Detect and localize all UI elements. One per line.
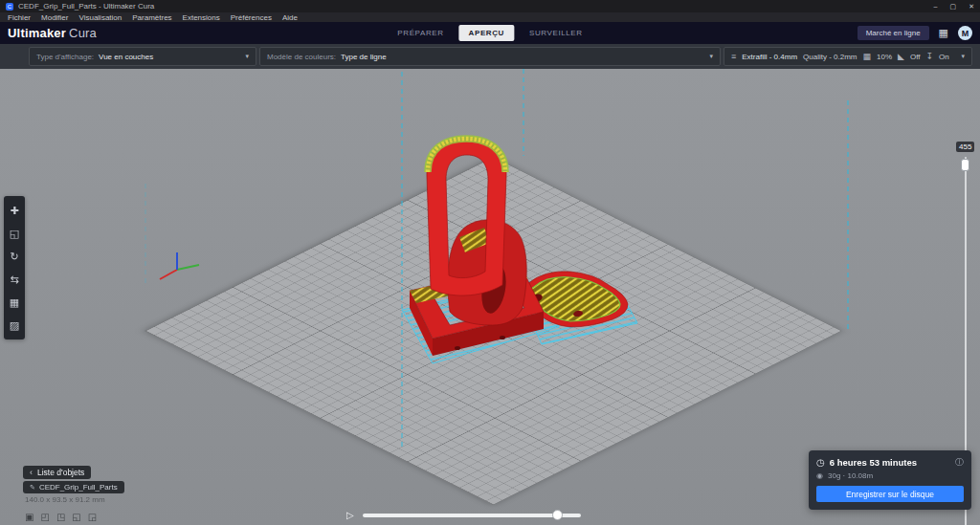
window-title: CEDF_Grip_Full_Parts - Ultimaker Cura [18,2,154,11]
view-options-bar: Type d'affichage: Vue en couches ▾ Modèl… [0,44,980,69]
stage-tabs: PRÉPARER APERÇU SURVEILLER [388,25,591,41]
print-settings-summary[interactable]: ≡ Extrafill - 0.4mm Quality - 0.2mm ▦ 10… [724,47,972,66]
edit-icon: ✎ [30,484,35,492]
brand-logo: UltimakerCura [8,26,97,40]
support-blocker-icon[interactable]: ▨ [4,314,25,337]
tab-preparer[interactable]: PRÉPARER [388,25,453,41]
simulation-slider-handle[interactable] [552,510,563,520]
brand-ultimaker: Ultimaker [8,26,66,40]
menu-item-visualisation[interactable]: Visualisation [78,13,122,22]
material-nozzle-value: Extrafill - 0.4mm [742,53,797,61]
layer-slider-handle[interactable] [961,159,969,171]
marketplace-button[interactable]: Marché en ligne [858,26,929,40]
apps-grid-icon[interactable]: ▦ [939,27,948,39]
color-scheme-value: Type de ligne [341,53,387,61]
object-list-title: Liste d'objets [37,468,84,477]
material-usage: 30g · 10.08m [828,471,873,480]
close-icon[interactable]: ✕ [969,3,974,11]
adhesion-value: On [939,53,949,61]
tab-apercu[interactable]: APERÇU [459,25,514,41]
view-left-icon[interactable]: ◱ [72,512,80,522]
view-top-icon[interactable]: ◳ [56,512,65,522]
3d-viewport[interactable]: ✚ ◱ ↻ ⇆ ▦ ▨ 455 ▷ ‹ Liste d'objets ✎ CED… [0,69,980,525]
print-duration: 6 heures 53 minutes [830,457,917,468]
minimize-icon[interactable]: – [934,3,938,11]
tab-surveiller[interactable]: SURVEILLER [520,25,592,41]
app-icon: C [6,3,13,11]
view-right-icon[interactable]: ◲ [88,512,97,522]
object-list-panel: ‹ Liste d'objets ✎ CEDF_Grip_Full_Parts … [23,466,124,504]
save-to-disk-button[interactable]: Enregistrer sur le disque [816,486,964,502]
menu-item-extensions[interactable]: Extensions [183,13,220,22]
menu-item-fichier[interactable]: Fichier [8,13,31,22]
window-title-bar: C CEDF_Grip_Full_Parts - Ultimaker Cura … [0,0,980,12]
origin-axes-indicator [160,252,199,279]
object-list-header[interactable]: ‹ Liste d'objets [23,466,91,479]
move-tool-icon[interactable]: ✚ [4,199,25,222]
adhesion-icon: ↧ [926,52,934,61]
sliders-icon: ≡ [731,52,736,61]
profile-value: Quality - 0.2mm [803,53,857,61]
chevron-down-icon: ▾ [709,53,713,60]
print-job-panel: ◷ 6 heures 53 minutes ⓘ ◉ 30g · 10.08m E… [809,450,971,510]
simulation-slider-track[interactable] [363,514,581,517]
per-model-settings-icon[interactable]: ▦ [4,291,25,314]
menu-item-aide[interactable]: Aide [282,13,298,22]
view-type-label: Type d'affichage: [36,53,94,61]
view-type-value: Vue en couches [99,53,153,61]
collapse-icon: ‹ [30,468,33,477]
object-name: CEDF_Grip_Full_Parts [39,483,118,492]
spool-icon: ◉ [816,471,823,480]
build-plate [144,157,842,506]
rotate-tool-icon[interactable]: ↻ [4,245,25,268]
infill-value: 10% [877,53,892,61]
mirror-tool-icon[interactable]: ⇆ [4,268,25,291]
camera-presets: ▣ ◰ ◳ ◱ ◲ [25,512,97,522]
menu-item-parametres[interactable]: Paramètres [132,13,171,22]
clock-icon: ◷ [816,457,825,468]
object-list-item[interactable]: ✎ CEDF_Grip_Full_Parts [23,481,124,493]
layer-count-badge: 455 [956,142,974,152]
infill-icon: ▦ [863,52,872,61]
support-value: Off [910,53,921,61]
support-icon: ◣ [898,52,904,61]
brand-cura: Cura [69,26,97,40]
info-icon[interactable]: ⓘ [955,456,964,469]
scale-tool-icon[interactable]: ◱ [4,222,25,245]
color-scheme-label: Modèle de couleurs: [267,53,336,61]
color-scheme-dropdown[interactable]: Modèle de couleurs: Type de ligne ▾ [259,47,721,66]
view-type-dropdown[interactable]: Type d'affichage: Vue en couches ▾ [29,47,256,66]
chevron-down-icon: ▾ [961,53,965,60]
view-3d-icon[interactable]: ▣ [25,512,33,522]
play-icon[interactable]: ▷ [346,510,354,520]
tool-panel: ✚ ◱ ↻ ⇆ ▦ ▨ [4,196,25,339]
menu-item-modifier[interactable]: Modifier [41,13,68,22]
app-header: UltimakerCura PRÉPARER APERÇU SURVEILLER… [0,22,980,44]
menu-bar: Fichier Modifier Visualisation Paramètre… [0,12,980,22]
object-dimensions: 140.0 x 93.5 x 91.2 mm [23,495,124,504]
avatar[interactable]: M [958,26,972,40]
maximize-icon[interactable]: ▢ [950,3,957,11]
view-front-icon[interactable]: ◰ [40,512,49,522]
chevron-down-icon: ▾ [245,53,249,60]
simulation-bar: ▷ [346,510,581,520]
menu-item-preferences[interactable]: Préférences [231,13,272,22]
